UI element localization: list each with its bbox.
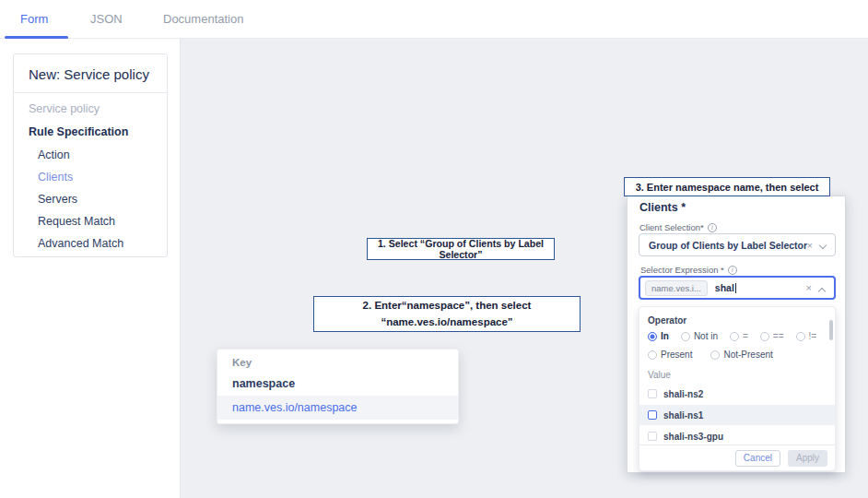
info-icon: i xyxy=(708,223,717,232)
sidebar-item-request-match[interactable]: Request Match xyxy=(38,215,115,228)
sidebar-item-action[interactable]: Action xyxy=(38,148,70,161)
sidebar-item-rule-specification[interactable]: Rule Specification xyxy=(29,125,128,138)
radio-option-not-in[interactable]: Not in xyxy=(681,331,718,341)
info-icon: i xyxy=(728,266,737,275)
radio-label: In xyxy=(661,331,669,341)
active-tab-underline xyxy=(5,36,68,39)
panel-selector-expression-label-text: Selector Expression * xyxy=(640,265,724,275)
operator-label: Operator xyxy=(648,315,686,326)
scrollbar-thumb[interactable] xyxy=(829,320,833,340)
annotation-step-3: 3. Enter namespace name, then select xyxy=(624,177,830,196)
radio-option-equals[interactable]: = xyxy=(730,331,748,341)
value-option-shali-ns2[interactable]: shali-ns2 xyxy=(639,384,835,404)
annotation-step-2-line1: 2. Enter“namespace”, then select xyxy=(363,298,532,314)
radio-option-double-equals[interactable]: == xyxy=(760,331,784,341)
dropdown-footer: Cancel Apply xyxy=(639,445,835,470)
value-picker-overlay-panel: Clients * Client Selection* i Group of C… xyxy=(627,196,846,473)
radio-label: = xyxy=(743,331,748,341)
checkbox-label: shali-ns1 xyxy=(663,410,703,421)
radio-icon xyxy=(730,332,739,341)
radio-label: != xyxy=(809,331,817,341)
checkbox-icon xyxy=(648,432,657,441)
tab-bar: Form JSON Documentation xyxy=(0,0,868,39)
radio-option-present[interactable]: Present xyxy=(648,350,692,360)
dropdown-group-label: Key xyxy=(217,350,458,372)
checkbox-label: shali-ns2 xyxy=(663,389,703,399)
radio-label: Not-Present xyxy=(723,350,772,360)
value-option-shali-ns1[interactable]: shali-ns1 xyxy=(639,405,835,425)
annotation-step-3-text: 3. Enter namespace name, then select xyxy=(636,182,819,193)
checkbox-label: shali-ns3-gpu xyxy=(663,432,723,442)
radio-label: Not in xyxy=(694,331,718,341)
page-title: New: Service policy xyxy=(14,54,167,93)
radio-selected-icon xyxy=(648,332,657,341)
tab-documentation[interactable]: Documentation xyxy=(163,12,243,26)
panel-typed-value: shal xyxy=(715,282,734,293)
annotation-step-2: 2. Enter“namespace”, then select “name.v… xyxy=(313,296,581,332)
annotation-step-2-line2: “name.ves.io/namespace” xyxy=(381,314,512,330)
value-option-shali-ns3-gpu[interactable]: shali-ns3-gpu xyxy=(639,426,835,446)
radio-option-in[interactable]: In xyxy=(648,331,669,341)
radio-option-not-equals[interactable]: != xyxy=(796,331,817,341)
radio-icon xyxy=(710,350,720,360)
sidebar-item-service-policy[interactable]: Service policy xyxy=(29,102,100,115)
radio-icon xyxy=(681,332,690,341)
policy-nav-card: New: Service policy Service policy Rule … xyxy=(13,53,168,257)
tab-json[interactable]: JSON xyxy=(90,12,123,26)
radio-label: Present xyxy=(661,350,692,360)
sidebar-item-advanced-match[interactable]: Advanced Match xyxy=(38,237,123,250)
panel-client-selection-label: Client Selection* i xyxy=(639,222,717,232)
text-cursor xyxy=(735,283,736,293)
operator-radio-row-1: In Not in = == != xyxy=(648,331,816,341)
selected-key-chip[interactable]: name.ves.i... xyxy=(645,280,708,296)
selector-expression-dropdown: Key namespace name.ves.io/namespace xyxy=(217,349,459,424)
left-column: New: Service policy Service policy Rule … xyxy=(0,39,181,498)
radio-label: == xyxy=(773,331,784,341)
dropdown-item-name-ves-io-namespace[interactable]: name.ves.io/namespace xyxy=(217,396,458,420)
radio-option-not-present[interactable]: Not-Present xyxy=(710,350,772,360)
sidebar-item-servers[interactable]: Servers xyxy=(38,193,77,206)
chevron-up-icon[interactable] xyxy=(818,288,826,295)
clear-icon[interactable]: × xyxy=(806,282,812,293)
sidebar-item-clients[interactable]: Clients xyxy=(38,171,73,184)
panel-selector-expression-input[interactable]: name.ves.i... shal × xyxy=(639,276,836,300)
panel-operator-value-dropdown: Operator In Not in = == xyxy=(639,306,836,471)
annotation-step-1: 1. Select “Group of Clients by Label Sel… xyxy=(367,238,555,260)
panel-clients-heading: Clients * xyxy=(639,201,686,214)
value-label: Value xyxy=(648,370,671,380)
cancel-button[interactable]: Cancel xyxy=(735,450,780,467)
panel-client-selection-label-text: Client Selection* xyxy=(639,222,704,232)
checkbox-icon xyxy=(648,410,657,420)
operator-radio-row-2: Present Not-Present xyxy=(648,350,773,360)
tab-form[interactable]: Form xyxy=(20,12,48,26)
radio-icon xyxy=(648,350,657,360)
panel-selector-expression-label: Selector Expression * i xyxy=(640,265,737,275)
dropdown-item-namespace[interactable]: namespace xyxy=(217,372,458,396)
checkbox-icon xyxy=(648,389,657,398)
radio-icon xyxy=(760,332,769,341)
panel-client-selection-select[interactable]: Group of Clients by Label Selector × xyxy=(639,233,836,256)
clear-icon[interactable]: × xyxy=(807,240,813,251)
app-frame: Form JSON Documentation New: Service pol… xyxy=(0,0,868,498)
chevron-down-icon[interactable] xyxy=(819,242,827,249)
radio-icon xyxy=(796,332,805,341)
apply-button-disabled[interactable]: Apply xyxy=(788,450,827,467)
panel-client-selection-value: Group of Clients by Label Selector xyxy=(639,240,807,251)
annotation-step-1-text: 1. Select “Group of Clients by Label Sel… xyxy=(368,238,554,260)
